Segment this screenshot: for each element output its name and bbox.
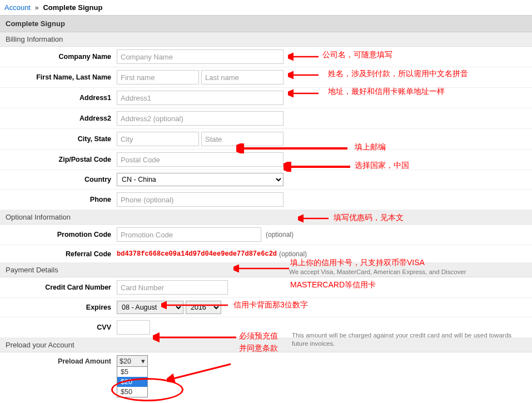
last-name-input[interactable]	[201, 70, 284, 84]
breadcrumb: Account » Complete Signup	[0, 0, 532, 15]
expire-year-select[interactable]: 2016	[186, 301, 221, 314]
promo-input[interactable]	[117, 227, 261, 242]
referral-optional-text: (optional)	[279, 250, 307, 258]
cvv-input[interactable]	[117, 320, 150, 335]
preload-option-5[interactable]: $5	[117, 367, 147, 377]
breadcrumb-account-link[interactable]: Account	[4, 3, 31, 12]
phone-input[interactable]	[117, 192, 284, 207]
city-input[interactable]	[117, 132, 199, 146]
label-name: First Name, Last Name	[0, 73, 117, 81]
company-input[interactable]	[117, 49, 284, 64]
label-company: Company Name	[0, 53, 117, 61]
label-preload: Preload Amount	[0, 355, 117, 365]
label-address2: Address2	[0, 115, 117, 122]
preload-hint: This amount will be charged against your…	[292, 331, 525, 348]
panel-title: Complete Signup	[0, 15, 532, 32]
state-input[interactable]	[201, 132, 284, 146]
label-country: Country	[0, 176, 117, 183]
preload-amount-select[interactable]: $20 ▾ $5 $20 $50	[117, 355, 148, 397]
promo-optional-text: (optional)	[266, 231, 294, 238]
expire-month-select[interactable]: 08 - August	[117, 301, 183, 314]
section-billing: Billing Information	[0, 32, 532, 47]
label-city-state: City, State	[0, 135, 117, 143]
chevron-down-icon: ▾	[141, 357, 145, 365]
label-address1: Address1	[0, 94, 117, 102]
preload-option-20[interactable]: $20	[117, 377, 147, 387]
referral-code-value: bd4378fc668ce09a14d97d04ee9ede77d87e6c2d	[117, 250, 277, 258]
address1-input[interactable]	[117, 91, 284, 105]
label-cvv: CVV	[0, 324, 117, 331]
address2-input[interactable]	[117, 111, 284, 126]
preload-selected: $20	[120, 357, 131, 365]
label-cc: Credit Card Number	[0, 283, 117, 291]
cc-input[interactable]	[117, 280, 228, 295]
label-zip: Zip/Postal Code	[0, 156, 117, 163]
label-expires: Expires	[0, 304, 117, 311]
label-promo: Promotion Code	[0, 231, 117, 238]
breadcrumb-separator: »	[35, 3, 39, 12]
zip-input[interactable]	[117, 152, 284, 167]
label-referral: Referral Code	[0, 250, 117, 258]
agree-row: I agree to the Terms of service and unde…	[0, 400, 532, 403]
first-name-input[interactable]	[117, 70, 199, 84]
label-phone: Phone	[0, 196, 117, 203]
breadcrumb-current: Complete Signup	[43, 3, 102, 12]
section-optional: Optional Information	[0, 210, 532, 225]
cc-hint: We accept Visa, MasterCard, American Exp…	[289, 268, 466, 276]
preload-option-50[interactable]: $50	[117, 387, 147, 397]
country-select[interactable]: CN - China	[117, 173, 284, 186]
